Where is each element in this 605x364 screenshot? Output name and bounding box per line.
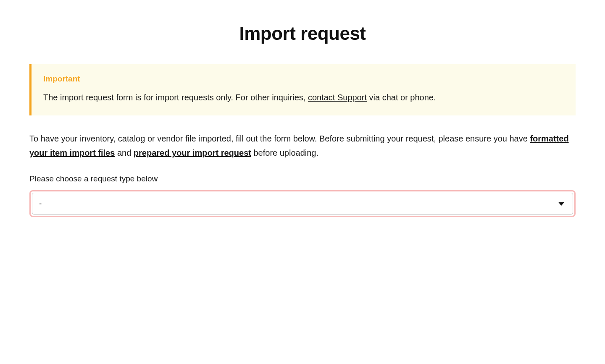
request-type-select[interactable]: - xyxy=(32,193,573,215)
contact-support-link[interactable]: contact Support xyxy=(308,93,367,102)
page-title: Import request xyxy=(29,23,576,44)
instructions-pre: To have your inventory, catalog or vendo… xyxy=(29,134,530,143)
callout-title: Important xyxy=(43,74,564,84)
page-container: Import request Important The import requ… xyxy=(25,23,580,217)
instructions-text: To have your inventory, catalog or vendo… xyxy=(29,131,576,160)
request-type-label: Please choose a request type below xyxy=(29,174,576,183)
prepared-request-link[interactable]: prepared your import request xyxy=(134,148,251,157)
request-type-focus-ring: - xyxy=(29,190,576,217)
callout-text-pre: The import request form is for import re… xyxy=(43,93,308,102)
callout-text-post: via chat or phone. xyxy=(367,93,436,102)
chevron-down-icon xyxy=(558,201,564,207)
callout-body: The import request form is for import re… xyxy=(43,91,564,104)
request-type-selected-value: - xyxy=(39,199,42,208)
important-callout: Important The import request form is for… xyxy=(29,64,576,115)
instructions-post: before uploading. xyxy=(251,148,318,157)
request-type-select-wrapper: - xyxy=(32,193,573,215)
instructions-mid: and xyxy=(115,148,133,157)
